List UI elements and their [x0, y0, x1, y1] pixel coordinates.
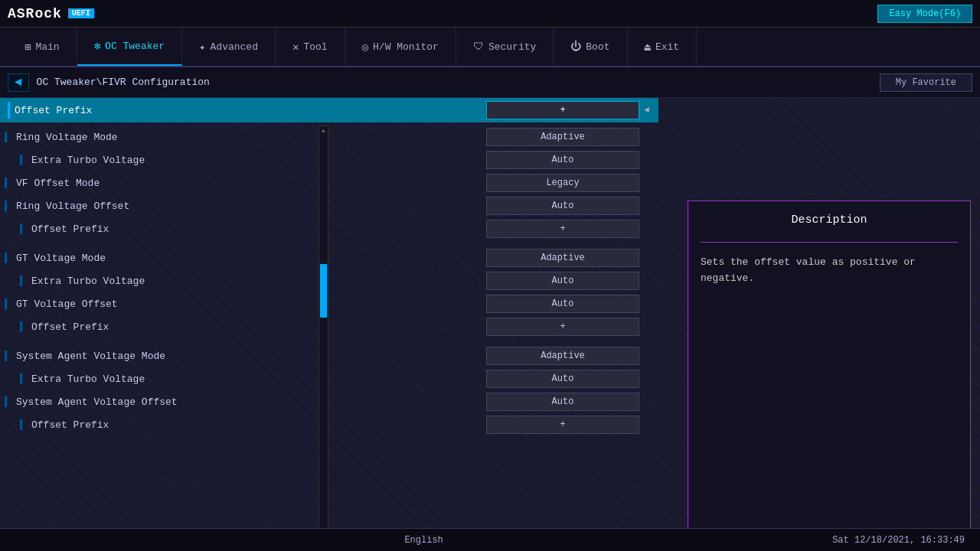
settings-list: Ring Voltage Mode Adaptive Extra Turbo V…: [0, 126, 658, 436]
advanced-icon: ✦: [199, 41, 205, 54]
selected-indicator: [8, 102, 10, 119]
back-button[interactable]: ◄: [8, 73, 29, 92]
row-indicator: [20, 373, 22, 384]
selected-setting-row[interactable]: Offset Prefix + ◄: [0, 98, 658, 122]
label-gt-offset-prefix: Offset Prefix: [31, 321, 109, 333]
breadcrumb-path: OC Tweaker\FIVR Configuration: [37, 77, 210, 88]
scrollbar-track: ▲ ▼: [318, 126, 328, 539]
spacer-2: [0, 338, 658, 344]
breadcrumb-row: ◄ OC Tweaker\FIVR Configuration My Favor…: [0, 67, 980, 98]
nav-item-tool[interactable]: ✕ Tool: [276, 28, 345, 66]
nav-item-hw-monitor[interactable]: ◎ H/W Monitor: [345, 28, 456, 66]
setting-row-sa-voltage-mode[interactable]: System Agent Voltage Mode Adaptive: [0, 344, 658, 367]
nav-item-main[interactable]: ⊞ Main: [8, 28, 77, 66]
value-gt-voltage-offset[interactable]: Auto: [486, 295, 639, 313]
nav-label-main: Main: [35, 41, 59, 53]
row-indicator: [20, 276, 22, 286]
nav-item-boot[interactable]: ⏻ Boot: [554, 28, 627, 66]
tool-icon: ✕: [292, 41, 299, 54]
label-gt-voltage-mode: GT Voltage Mode: [16, 253, 106, 264]
row-indicator: [5, 178, 7, 188]
row-indicator: [5, 253, 7, 263]
nav-label-security: Security: [488, 41, 536, 53]
setting-row-gt-voltage-offset[interactable]: GT Voltage Offset Auto: [0, 292, 658, 315]
nav-label-advanced: Advanced: [211, 41, 258, 53]
nav-label-tool: Tool: [303, 41, 327, 53]
nav-item-advanced[interactable]: ✦ Advanced: [182, 28, 276, 66]
setting-row-vf-offset-mode[interactable]: VF Offset Mode Legacy: [0, 171, 658, 194]
setting-row-gt-voltage-mode[interactable]: GT Voltage Mode Adaptive: [0, 246, 658, 269]
row-indicator: [20, 223, 22, 234]
status-datetime: Sat 12/18/2021, 16:33:49: [832, 535, 965, 546]
description-title: Description: [701, 214, 958, 227]
label-vf-offset-mode: VF Offset Mode: [16, 178, 100, 189]
easy-mode-button[interactable]: Easy Mode(F6): [877, 5, 972, 23]
setting-row-gt-offset-prefix[interactable]: Offset Prefix +: [0, 315, 658, 338]
row-indicator: [5, 298, 7, 309]
desc-spacer: [701, 296, 958, 529]
value-gt-extra-turbo[interactable]: Auto: [486, 272, 639, 290]
top-bar: ASRock UEFI Easy Mode(F6): [0, 0, 980, 28]
selected-value-arrow: ◄: [644, 105, 649, 116]
value-gt-offset-prefix[interactable]: +: [486, 318, 639, 336]
label-sa-extra-turbo: Extra Turbo Voltage: [31, 373, 145, 385]
value-sa-voltage-mode[interactable]: Adaptive: [486, 347, 639, 365]
nav-item-oc-tweaker[interactable]: ❄ OC Tweaker: [77, 28, 182, 66]
row-indicator: [5, 396, 7, 407]
selected-value-box[interactable]: +: [486, 101, 639, 119]
row-indicator: [5, 350, 7, 361]
label-sa-voltage-offset: System Agent Voltage Offset: [16, 396, 178, 408]
selected-value: +: [560, 105, 565, 116]
my-favorite-button[interactable]: My Favorite: [880, 73, 972, 92]
value-sa-extra-turbo[interactable]: Auto: [486, 370, 639, 388]
spacer-1: [0, 240, 658, 246]
main-content: Offset Prefix + ◄ Ring Voltage Mode Adap…: [0, 98, 980, 543]
oc-tweaker-icon: ❄: [94, 40, 100, 53]
value-ring-offset-prefix[interactable]: +: [486, 220, 639, 238]
nav-label-exit: Exit: [655, 41, 679, 53]
setting-row-gt-extra-turbo[interactable]: Extra Turbo Voltage Auto: [0, 269, 658, 292]
nav-item-exit[interactable]: ⏏ Exit: [628, 28, 697, 66]
label-ring-voltage-offset: Ring Voltage Offset: [16, 201, 129, 212]
logo-text: ASRock: [8, 6, 62, 21]
security-icon: 🛡: [473, 41, 484, 53]
value-ring-voltage-offset[interactable]: Auto: [486, 197, 639, 215]
label-sa-voltage-mode: System Agent Voltage Mode: [16, 350, 165, 362]
row-indicator: [5, 132, 7, 142]
setting-row-sa-voltage-offset[interactable]: System Agent Voltage Offset Auto: [0, 390, 658, 413]
breadcrumb-left: ◄ OC Tweaker\FIVR Configuration: [8, 73, 210, 92]
row-indicator: [20, 155, 22, 165]
value-ring-extra-turbo[interactable]: Auto: [486, 151, 639, 169]
setting-row-ring-offset-prefix[interactable]: Offset Prefix +: [0, 217, 658, 240]
nav-bar: ⊞ Main ❄ OC Tweaker ✦ Advanced ✕ Tool ◎ …: [0, 28, 980, 67]
label-gt-voltage-offset: GT Voltage Offset: [16, 298, 118, 310]
label-sa-offset-prefix: Offset Prefix: [31, 419, 109, 431]
scrollbar-thumb[interactable]: [320, 264, 327, 318]
desc-divider: [701, 242, 958, 243]
value-vf-offset-mode[interactable]: Legacy: [486, 174, 639, 192]
value-gt-voltage-mode[interactable]: Adaptive: [486, 249, 639, 267]
label-ring-voltage-mode: Ring Voltage Mode: [16, 132, 118, 143]
scroll-up-arrow[interactable]: ▲: [320, 126, 327, 134]
logo: ASRock UEFI: [8, 6, 94, 21]
setting-row-sa-extra-turbo[interactable]: Extra Turbo Voltage Auto: [0, 367, 658, 390]
value-sa-offset-prefix[interactable]: +: [486, 416, 639, 434]
status-bar: English Sat 12/18/2021, 16:33:49: [0, 528, 980, 551]
label-ring-extra-turbo: Extra Turbo Voltage: [31, 155, 145, 166]
setting-row-ring-voltage-mode[interactable]: Ring Voltage Mode Adaptive: [0, 126, 658, 148]
setting-row-ring-voltage-offset[interactable]: Ring Voltage Offset Auto: [0, 194, 658, 217]
label-ring-offset-prefix: Offset Prefix: [31, 223, 109, 235]
description-panel: Description Sets the offset value as pos…: [688, 201, 971, 551]
status-language: English: [404, 535, 443, 546]
boot-icon: ⏻: [570, 41, 581, 53]
value-sa-voltage-offset[interactable]: Auto: [486, 393, 639, 411]
nav-label-oc-tweaker: OC Tweaker: [105, 41, 165, 52]
row-indicator: [20, 419, 22, 430]
uefi-badge: UEFI: [68, 8, 94, 18]
setting-row-sa-offset-prefix[interactable]: Offset Prefix +: [0, 413, 658, 436]
description-text: Sets the offset value as positive or neg…: [701, 255, 958, 287]
label-gt-extra-turbo: Extra Turbo Voltage: [31, 276, 145, 287]
value-ring-voltage-mode[interactable]: Adaptive: [486, 128, 639, 146]
nav-item-security[interactable]: 🛡 Security: [456, 28, 554, 66]
setting-row-ring-extra-turbo[interactable]: Extra Turbo Voltage Auto: [0, 148, 658, 171]
